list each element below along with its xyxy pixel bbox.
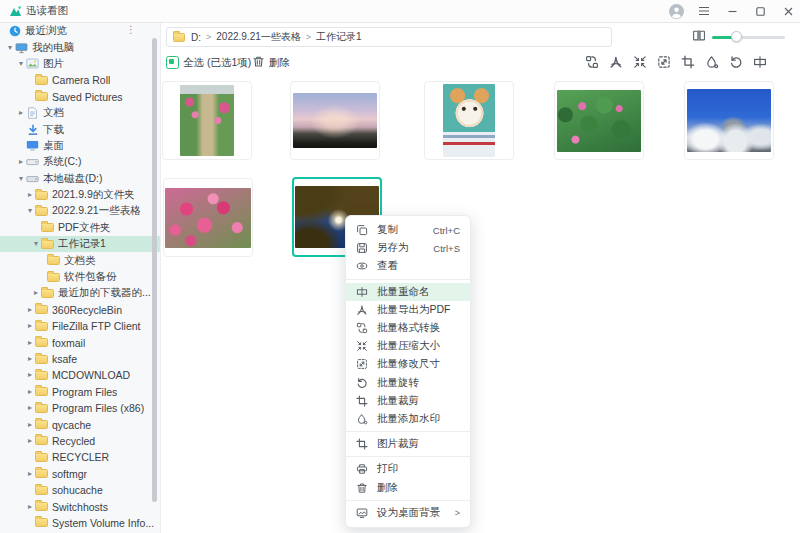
sidebar-item-recycler[interactable]: RECYCLER xyxy=(0,449,160,465)
context-menu-item-batch-rotate[interactable]: 批量旋转 xyxy=(346,374,470,392)
sidebar-item-documents[interactable]: ▸ 文档 xyxy=(0,105,160,121)
breadcrumb-segment-folder[interactable]: 2022.9.21一些表格 xyxy=(216,30,301,44)
kebab-menu-icon[interactable]: ⋮ xyxy=(126,24,136,35)
context-menu-item-set-wallpaper[interactable]: 设为桌面背景 > xyxy=(346,504,470,522)
chevron-right-icon[interactable]: ▸ xyxy=(25,436,35,446)
chevron-right-icon[interactable]: ▸ xyxy=(25,403,35,413)
thumbnail-size-slider[interactable] xyxy=(712,36,785,39)
context-menu-item-image-crop[interactable]: 图片裁剪 xyxy=(346,435,470,453)
close-icon[interactable] xyxy=(780,3,796,19)
sidebar-item-mcdownload[interactable]: ▸ MCDOWNLOAD xyxy=(0,367,160,383)
maximize-icon[interactable] xyxy=(752,3,768,19)
crop-icon[interactable] xyxy=(680,54,695,69)
sidebar-item-pdf-folder[interactable]: PDF文件夹 xyxy=(0,220,160,236)
format-convert-icon[interactable] xyxy=(584,54,599,69)
context-menu-item-batch-rename[interactable]: 批量重命名 xyxy=(346,283,470,301)
chevron-down-icon[interactable]: ▾ xyxy=(31,239,41,249)
sidebar-item-desktop[interactable]: 桌面 xyxy=(0,138,160,154)
rotate-icon[interactable] xyxy=(728,54,743,69)
resize-icon[interactable] xyxy=(656,54,671,69)
thumbnail-lotus-pond[interactable] xyxy=(554,81,644,160)
sidebar-item-program-files-x86[interactable]: ▸ Program Files (x86) xyxy=(0,400,160,416)
thumbnail-cat[interactable] xyxy=(424,81,514,160)
checkbox-indeterminate-icon[interactable] xyxy=(166,56,179,69)
sidebar-item-softmgr[interactable]: ▸ softmgr xyxy=(0,466,160,482)
sidebar-item-camera-roll[interactable]: Camera Roll xyxy=(0,72,160,88)
sidebar-scrollbar[interactable] xyxy=(152,38,157,502)
sidebar-item-qycache[interactable]: ▸ qycache xyxy=(0,416,160,432)
sidebar-item-filezilla[interactable]: ▸ FileZilla FTP Client xyxy=(0,318,160,334)
sidebar-item-pictures[interactable]: ▾ 图片 xyxy=(0,56,160,72)
sidebar-item-drive-d[interactable]: ▾ 本地磁盘(D:) xyxy=(0,171,160,187)
chevron-right-icon[interactable]: ▸ xyxy=(25,370,35,380)
compress-icon[interactable] xyxy=(632,54,647,69)
sidebar-item-folder-2022-9-21[interactable]: ▾ 2022.9.21一些表格 xyxy=(0,203,160,219)
thumbnail-blue-sky-clouds[interactable] xyxy=(684,81,774,160)
slider-thumb[interactable] xyxy=(731,31,742,42)
context-menu-item-batch-watermark[interactable]: 批量添加水印 xyxy=(346,410,470,428)
chevron-right-icon[interactable]: ▸ xyxy=(31,288,41,298)
sidebar-item-switchhosts[interactable]: ▸ Switchhosts xyxy=(0,498,160,514)
sidebar-item-package-backup[interactable]: 软件包备份 xyxy=(0,269,160,285)
select-all-label[interactable]: 全选 (已选1项) xyxy=(183,56,251,70)
folder-icon xyxy=(35,92,48,101)
chevron-right-icon[interactable]: ▸ xyxy=(25,321,35,331)
chevron-right-icon[interactable]: ▸ xyxy=(16,157,26,167)
sidebar-item-docs-category[interactable]: 文档类 xyxy=(0,252,160,268)
chevron-right-icon[interactable]: ▸ xyxy=(25,387,35,397)
sidebar-item-recent-downloader[interactable]: ▸ 最近加的下载器的... xyxy=(0,285,160,301)
delete-label[interactable]: 删除 xyxy=(269,56,290,70)
chevron-down-icon[interactable]: ▾ xyxy=(25,206,35,216)
sidebar-item-system-volume-info[interactable]: System Volume Info... xyxy=(0,515,160,531)
context-menu-item-save-as[interactable]: 另存为 Ctrl+S xyxy=(346,239,470,257)
context-menu-item-print[interactable]: 打印 xyxy=(346,460,470,478)
thumbnail-sunset-sky[interactable] xyxy=(290,81,380,160)
page-layout-icon[interactable] xyxy=(692,29,706,42)
sidebar-item-drive-c[interactable]: ▸ 系统(C:) xyxy=(0,154,160,170)
breadcrumb-segment-current[interactable]: 工作记录1 xyxy=(316,30,362,44)
chevron-right-icon[interactable]: ▸ xyxy=(25,338,35,348)
chevron-right-icon[interactable]: ▸ xyxy=(25,420,35,430)
sidebar-item-sohucache[interactable]: sohucache xyxy=(0,482,160,498)
sidebar-item-saved-pictures[interactable]: Saved Pictures xyxy=(0,89,160,105)
sidebar-item-downloads[interactable]: 下载 xyxy=(0,121,160,137)
chevron-right-icon[interactable]: ▸ xyxy=(25,354,35,364)
user-avatar-icon[interactable] xyxy=(668,3,684,19)
context-menu-item-batch-resize[interactable]: 批量修改尺寸 xyxy=(346,355,470,373)
sidebar-item-work-record-1[interactable]: ▾ 工作记录1 xyxy=(0,236,160,252)
context-menu-item-batch-format-convert[interactable]: 批量格式转换 xyxy=(346,319,470,337)
sidebar-item-ksafe[interactable]: ▸ ksafe xyxy=(0,351,160,367)
chevron-right-icon[interactable]: ▸ xyxy=(25,305,35,315)
context-menu-item-delete[interactable]: 删除 xyxy=(346,478,470,496)
sidebar-item-program-files[interactable]: ▸ Program Files xyxy=(0,384,160,400)
trash-icon[interactable] xyxy=(252,55,265,68)
context-menu-item-batch-compress[interactable]: 批量压缩大小 xyxy=(346,337,470,355)
chevron-down-icon[interactable]: ▾ xyxy=(16,59,26,69)
sidebar-item-recent[interactable]: 最近浏览 ⋮ xyxy=(0,23,160,39)
sidebar-item-360recyclebin[interactable]: ▸ 360RecycleBin xyxy=(0,302,160,318)
rename-icon[interactable] xyxy=(752,54,767,69)
sidebar-item-foxmail[interactable]: ▸ foxmail xyxy=(0,334,160,350)
breadcrumb-segment-drive[interactable]: D: xyxy=(191,32,201,43)
sidebar-item-folder-2021-9-9[interactable]: ▸ 2021.9.9的文件夹 xyxy=(0,187,160,203)
thumbnail-pink-roses[interactable] xyxy=(163,178,253,257)
context-menu-item-copy[interactable]: 复制 Ctrl+C xyxy=(346,221,470,239)
watermark-icon[interactable] xyxy=(704,54,719,69)
chevron-right-icon[interactable]: ▸ xyxy=(25,469,35,479)
minimize-icon[interactable] xyxy=(724,3,740,19)
thumbnail-garden-path[interactable] xyxy=(162,81,252,160)
breadcrumb[interactable]: D: > 2022.9.21一些表格 > 工作记录1 xyxy=(166,27,612,47)
context-menu-item-batch-crop[interactable]: 批量裁剪 xyxy=(346,392,470,410)
context-menu-item-batch-export-pdf[interactable]: 批量导出为PDF xyxy=(346,301,470,319)
context-menu-item-view[interactable]: 查看 xyxy=(346,257,470,275)
folder-icon xyxy=(173,33,185,42)
chevron-right-icon[interactable]: ▸ xyxy=(25,190,35,200)
chevron-down-icon[interactable]: ▾ xyxy=(5,43,15,53)
chevron-right-icon[interactable]: ▸ xyxy=(25,502,35,512)
sidebar-item-my-computer[interactable]: ▾ 我的电脑 xyxy=(0,39,160,55)
hamburger-menu-icon[interactable] xyxy=(696,3,712,19)
chevron-right-icon[interactable]: ▸ xyxy=(16,108,26,118)
export-pdf-icon[interactable] xyxy=(608,54,623,69)
sidebar-item-recycled[interactable]: ▸ Recycled xyxy=(0,433,160,449)
chevron-down-icon[interactable]: ▾ xyxy=(16,174,26,184)
